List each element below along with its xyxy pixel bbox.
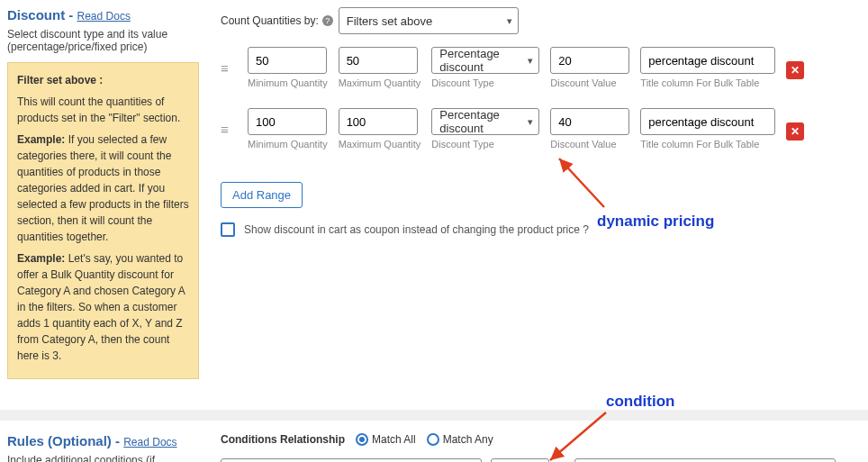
discount-type-label: Discount Type xyxy=(431,77,539,88)
show-coupon-label: Show discount in cart as coupon instead … xyxy=(244,223,589,236)
range-row: ≡Minimum QuantityMaximum QuantityPercent… xyxy=(221,108,861,149)
discount-type-select[interactable]: Percentage discount▾ xyxy=(431,108,539,135)
discount-value-input[interactable] xyxy=(550,108,629,135)
filter-help-box: Filter set above : This will count the q… xyxy=(7,62,199,379)
discount-value-label: Discount Value xyxy=(550,77,629,88)
match-all-label: Match All xyxy=(372,433,416,446)
discount-type-label: Discount Type xyxy=(431,139,539,149)
rules-read-docs-link[interactable]: Read Docs xyxy=(123,436,176,448)
annotation-condition: condition xyxy=(606,393,674,411)
info-icon[interactable]: ? xyxy=(322,15,333,26)
rules-desc: Include additional conditions (if necess… xyxy=(7,454,199,462)
discount-value-input[interactable] xyxy=(550,47,629,74)
delete-range-button[interactable]: ✕ xyxy=(786,122,804,140)
max-quantity-input[interactable] xyxy=(339,108,418,135)
max-quantity-label: Maximum Quantity xyxy=(339,77,421,88)
discount-type-select[interactable]: Percentage discount▾ xyxy=(431,47,539,74)
max-quantity-input[interactable] xyxy=(339,47,418,74)
min-quantity-label: Minimum Quantity xyxy=(248,77,328,88)
user-roles-input[interactable]: ×Shop manager xyxy=(574,458,836,462)
count-quantities-label: Count Quantities by: xyxy=(221,14,319,27)
show-coupon-checkbox[interactable] xyxy=(221,222,235,237)
add-range-button[interactable]: Add Range xyxy=(221,182,303,208)
condition-operator-select[interactable]: in list ▾ xyxy=(491,458,549,462)
bulk-title-input[interactable] xyxy=(640,47,775,74)
bulk-title-label: Title column For Bulk Table xyxy=(640,77,775,88)
count-quantities-select[interactable]: Filters set above ▾ xyxy=(339,7,519,34)
rules-title: Rules (Optional) - Read Docs xyxy=(7,433,199,448)
discount-desc: Select discount type and its value (perc… xyxy=(7,28,199,53)
drag-handle-icon[interactable]: ≡ xyxy=(221,122,237,137)
min-quantity-label: Minimum Quantity xyxy=(248,139,328,149)
chevron-down-icon: ▾ xyxy=(507,15,512,27)
match-any-label: Match Any xyxy=(443,433,493,446)
match-any-radio[interactable] xyxy=(427,433,439,446)
bulk-title-label: Title column For Bulk Table xyxy=(640,139,775,149)
chevron-down-icon: ▾ xyxy=(528,116,533,128)
discount-read-docs-link[interactable]: Read Docs xyxy=(77,10,131,23)
max-quantity-label: Maximum Quantity xyxy=(339,139,421,149)
min-quantity-input[interactable] xyxy=(248,47,327,74)
conditions-relationship-label: Conditions Relationship xyxy=(221,433,345,446)
bulk-title-input[interactable] xyxy=(640,108,775,135)
discount-value-label: Discount Value xyxy=(550,139,629,149)
delete-range-button[interactable]: ✕ xyxy=(786,61,804,79)
discount-title: Discount - Read Docs xyxy=(7,7,199,23)
min-quantity-input[interactable] xyxy=(248,108,327,135)
drag-handle-icon[interactable]: ≡ xyxy=(221,60,237,76)
chevron-down-icon: ▾ xyxy=(528,55,533,67)
match-all-radio[interactable] xyxy=(356,433,368,446)
condition-type-select[interactable]: User role ▾ xyxy=(221,458,482,462)
range-row: ≡Minimum QuantityMaximum QuantityPercent… xyxy=(221,47,861,88)
